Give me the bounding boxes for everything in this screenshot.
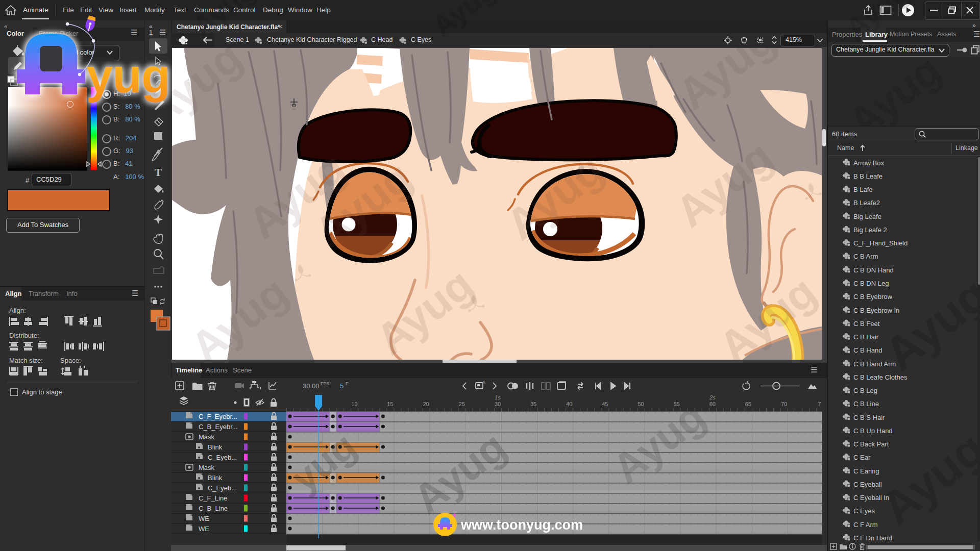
svg-text:Blink: Blink	[208, 443, 223, 451]
svg-text:C B Leafe Clothes: C B Leafe Clothes	[853, 373, 908, 381]
svg-text:C_B_Line: C_B_Line	[199, 505, 228, 512]
svg-text:C B Leg: C B Leg	[853, 387, 877, 394]
svg-text:B Lafe: B Lafe	[853, 186, 873, 193]
svg-text:30: 30	[495, 401, 501, 407]
svg-text:C B S Hair: C B S Hair	[853, 414, 885, 421]
svg-text:A: A	[482, 380, 485, 385]
svg-text:50: 50	[638, 401, 644, 407]
svg-text:Ayug: Ayug	[872, 422, 980, 535]
svg-text:C_F_Eyebr...: C_F_Eyebr...	[199, 413, 237, 420]
svg-text:C B Hand: C B Hand	[853, 346, 882, 354]
svg-text:70: 70	[781, 401, 787, 407]
svg-text:C B DN Hand: C B DN Hand	[853, 266, 894, 274]
svg-text:Mask: Mask	[199, 433, 215, 441]
svg-text:60: 60	[709, 401, 716, 407]
svg-text:25: 25	[459, 401, 465, 407]
svg-text:C_Eyeb...: C_Eyeb...	[208, 484, 237, 492]
svg-text:C B Hand Arm: C B Hand Arm	[853, 360, 896, 368]
svg-text:C Back Part: C Back Part	[853, 440, 889, 448]
svg-text:Big Leafe 2: Big Leafe 2	[853, 226, 887, 234]
svg-text:B B Leafe: B B Leafe	[853, 172, 883, 180]
svg-text:10: 10	[351, 401, 357, 407]
svg-text:C_Eyeb...: C_Eyeb...	[208, 454, 237, 461]
svg-text:F: F	[346, 381, 349, 386]
svg-text:FPS: FPS	[321, 381, 330, 386]
svg-text:C B Up Hand: C B Up Hand	[853, 427, 893, 435]
svg-text:40: 40	[566, 401, 572, 407]
svg-text:C B Line: C B Line	[853, 400, 879, 408]
svg-text:Blink: Blink	[208, 474, 223, 482]
svg-text:WE: WE	[199, 525, 209, 533]
svg-text:C B DN Leg: C B DN Leg	[853, 280, 889, 287]
svg-text:C Eyeball: C Eyeball	[853, 481, 882, 488]
svg-text:15: 15	[387, 401, 393, 407]
svg-text:C_F_Hand_Shield: C_F_Hand_Shield	[853, 239, 908, 247]
svg-text:C_B_Eyebr...: C_B_Eyebr...	[199, 423, 238, 431]
svg-text:C Ear: C Ear	[853, 454, 871, 461]
svg-text:2s: 2s	[709, 394, 716, 400]
svg-text:Mask: Mask	[199, 464, 215, 471]
svg-text:C F Arm: C F Arm	[853, 521, 878, 529]
svg-text:Big Leafe: Big Leafe	[853, 213, 881, 220]
svg-text:45: 45	[602, 401, 608, 407]
svg-text:C B Feet: C B Feet	[853, 320, 880, 328]
svg-text:T: T	[155, 166, 162, 179]
svg-text:C Eyes: C Eyes	[853, 507, 875, 515]
svg-text:35: 35	[530, 401, 536, 407]
svg-text:20: 20	[423, 401, 429, 407]
svg-text:C Earing: C Earing	[853, 467, 879, 475]
svg-text:WE: WE	[199, 515, 209, 522]
svg-text:C B Eyebrow In: C B Eyebrow In	[853, 307, 899, 314]
svg-text:30.00: 30.00	[303, 382, 320, 390]
svg-text:65: 65	[745, 401, 751, 407]
svg-text:C B Arm: C B Arm	[853, 253, 878, 260]
svg-text:B Leafe2: B Leafe2	[853, 199, 880, 207]
svg-text:C B Eyebrow: C B Eyebrow	[853, 293, 892, 300]
svg-text:1s: 1s	[495, 394, 501, 400]
svg-text:55: 55	[673, 401, 679, 407]
svg-text:Arrow Box: Arrow Box	[853, 159, 884, 167]
svg-text:C F Dn Hand: C F Dn Hand	[853, 534, 892, 542]
svg-text:7: 7	[818, 401, 821, 407]
svg-text:5: 5	[340, 382, 344, 390]
svg-text:C_F_Line: C_F_Line	[199, 494, 227, 502]
